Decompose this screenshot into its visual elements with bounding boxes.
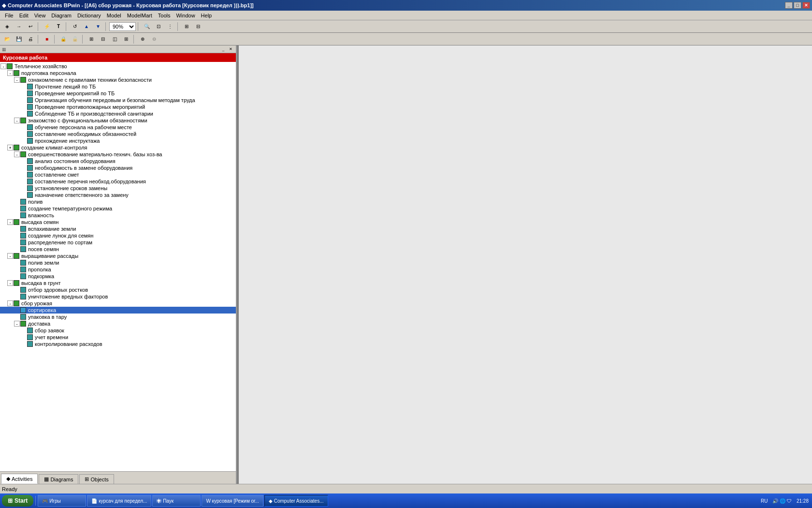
tree-item-t31[interactable]: прополка — [0, 266, 236, 273]
expand-t13[interactable]: + — [7, 145, 13, 150]
tab-diagrams[interactable]: ▦ Diagrams — [39, 474, 78, 484]
taskbar-item-0[interactable]: 🎮 Игры — [38, 495, 86, 507]
tree-item-t35[interactable]: уничтожение вредных факторов — [0, 293, 236, 300]
tree-item-t15[interactable]: анализ состояния оборудования — [0, 158, 236, 164]
tree-item-t32[interactable]: подкормка — [0, 273, 236, 280]
tab-activities[interactable]: ◆ Activities — [1, 474, 38, 484]
expand-t9[interactable]: - — [14, 118, 20, 123]
tree-item-t5[interactable]: Проведение мероприятий по ТБ — [0, 90, 236, 97]
tree-item-t8[interactable]: Соблюдение ТБ и производственной санитар… — [0, 110, 236, 117]
menu-modelmart[interactable]: ModelMart — [124, 12, 155, 19]
menu-help[interactable]: Help — [198, 12, 215, 19]
unlock-btn[interactable]: 🔓 — [70, 34, 80, 44]
tree-item-t40[interactable]: сбор заявок — [0, 327, 236, 334]
move-btn1[interactable]: ⊕ — [137, 34, 148, 44]
tree-item-t13[interactable]: +создание климат-контроля — [0, 144, 236, 151]
redo-btn[interactable]: ▲ — [81, 22, 92, 31]
tree-item-t28[interactable]: посев семян — [0, 246, 236, 253]
tree-item-t41[interactable]: учет времени — [0, 334, 236, 341]
menu-dictionary[interactable]: Dictionary — [74, 12, 104, 19]
tree-item-t25[interactable]: вспахивание земли — [0, 225, 236, 232]
arrow-back[interactable]: ↩ — [25, 22, 36, 31]
taskbar-item-2[interactable]: 🕷 Паук — [152, 495, 201, 507]
tree-item-t3[interactable]: -ознакомление с правилами техники безопа… — [0, 76, 236, 83]
text-btn[interactable]: T — [53, 22, 64, 31]
expand-t1[interactable]: - — [0, 63, 6, 69]
tree-item-t30[interactable]: полив земли — [0, 259, 236, 266]
zoom-in-btn[interactable]: 🔍 — [142, 22, 152, 31]
tree-item-t20[interactable]: назначение ответственного за замену — [0, 192, 236, 198]
open-btn[interactable]: 📂 — [2, 34, 13, 44]
tree-item-t17[interactable]: составление смет — [0, 171, 236, 178]
tree-item-t11[interactable]: составление необходимых обязанностей — [0, 131, 236, 137]
tree-item-t16[interactable]: необходимость в замене оборудования — [0, 164, 236, 171]
save-btn[interactable]: 💾 — [14, 34, 24, 44]
tree-item-t38[interactable]: упаковка в тару — [0, 314, 236, 320]
tree-item-t7[interactable]: Проведение противопожарных мероприятий — [0, 104, 236, 110]
tree-item-t22[interactable]: создание температурного режима — [0, 205, 236, 212]
close-button[interactable]: ✕ — [802, 2, 810, 9]
view-btn2[interactable]: ⊟ — [193, 22, 203, 31]
expand-t24[interactable]: - — [7, 219, 13, 225]
expand-t33[interactable]: - — [7, 280, 13, 286]
menu-window[interactable]: Window — [173, 12, 198, 19]
tree-item-t9[interactable]: -знакомство с функциональными обязанност… — [0, 117, 236, 124]
tree-item-t12[interactable]: прохождение инструктажа — [0, 137, 236, 144]
expand-t14[interactable]: - — [14, 151, 20, 157]
lock-btn[interactable]: 🔒 — [58, 34, 69, 44]
tree-item-t39[interactable]: -доставка — [0, 320, 236, 327]
expand-t36[interactable]: - — [7, 300, 13, 306]
arrange-btn3[interactable]: ◫ — [109, 34, 120, 44]
expand-t39[interactable]: - — [14, 321, 20, 327]
menu-model[interactable]: Model — [104, 12, 124, 19]
tree-item-t10[interactable]: обучение персонала на рабочем месте — [0, 124, 236, 131]
tree-item-t26[interactable]: создание лунок для семян — [0, 232, 236, 239]
tree-item-t21[interactable]: полив — [0, 198, 236, 205]
tree-item-t2[interactable]: -подготовка персонала — [0, 70, 236, 76]
new-button[interactable]: ◈ — [2, 22, 13, 31]
tree-item-t34[interactable]: отбор здоровых ростков — [0, 286, 236, 293]
lightning-btn[interactable]: ⚡ — [42, 22, 52, 31]
expand-t3[interactable]: - — [14, 77, 20, 83]
tree-item-t42[interactable]: контролирование расходов — [0, 341, 236, 347]
menu-edit[interactable]: Edit — [16, 12, 31, 19]
arrow-right[interactable]: → — [14, 22, 24, 31]
tree-item-t14[interactable]: -совершенствование материально-технич. б… — [0, 151, 236, 158]
tree-item-t24[interactable]: -высадка семян — [0, 219, 236, 225]
print-btn[interactable]: 🖨 — [25, 34, 36, 44]
fill-btn[interactable]: ▼ — [93, 22, 103, 31]
zoom-opt-btn[interactable]: ⋮ — [165, 22, 175, 31]
tree-item-t36[interactable]: -сбор урожая — [0, 300, 236, 307]
view-btn1[interactable]: ⊞ — [181, 22, 192, 31]
taskbar-item-4[interactable]: ◆ Computer Associates... — [264, 495, 328, 507]
tree-item-t6[interactable]: Организация обучения передовым и безопас… — [0, 97, 236, 104]
arrange-btn4[interactable]: ⊞ — [121, 34, 131, 44]
expand-t2[interactable]: - — [7, 70, 13, 76]
zoom-area-btn[interactable]: ⊡ — [153, 22, 164, 31]
menu-tools[interactable]: Tools — [155, 12, 174, 19]
minimize-button[interactable]: _ — [785, 2, 793, 9]
tree-item-t29[interactable]: -выращивание рассады — [0, 253, 236, 259]
tab-objects[interactable]: ⊞ Objects — [79, 474, 114, 484]
tree-item-t18[interactable]: составление перечня необход.оборудования — [0, 178, 236, 185]
expand-t29[interactable]: - — [7, 253, 13, 259]
zoom-select[interactable]: 50% 75% 90% 100% 125% 150% — [109, 22, 136, 31]
taskbar-item-1[interactable]: 📄 курсач для передел... — [87, 495, 151, 507]
tree-item-t37[interactable]: сортировка — [0, 307, 236, 314]
start-button[interactable]: ⊞ Start — [2, 495, 33, 507]
panel-close-btn[interactable]: ✕ — [227, 46, 234, 52]
taskbar-item-3[interactable]: W курсовая [Режим ог... — [202, 495, 263, 507]
tree-item-t4[interactable]: Прочтение лекций по ТБ — [0, 83, 236, 90]
tree-item-t19[interactable]: установление сроков замены — [0, 185, 236, 192]
tree-item-t23[interactable]: влажность — [0, 212, 236, 219]
tree-item-t33[interactable]: -высадка в грунт — [0, 280, 236, 286]
color-btn[interactable]: ■ — [42, 34, 52, 44]
panel-min-btn[interactable]: _ — [220, 46, 227, 52]
arrange-btn2[interactable]: ⊟ — [98, 34, 108, 44]
menu-view[interactable]: View — [31, 12, 49, 19]
menu-diagram[interactable]: Diagram — [48, 12, 74, 19]
arrange-btn1[interactable]: ⊞ — [86, 34, 97, 44]
tree-container[interactable]: -Тепличное хозяйство-подготовка персонал… — [0, 62, 236, 471]
tree-item-t27[interactable]: распределение по сортам — [0, 239, 236, 246]
menu-file[interactable]: File — [2, 12, 16, 19]
